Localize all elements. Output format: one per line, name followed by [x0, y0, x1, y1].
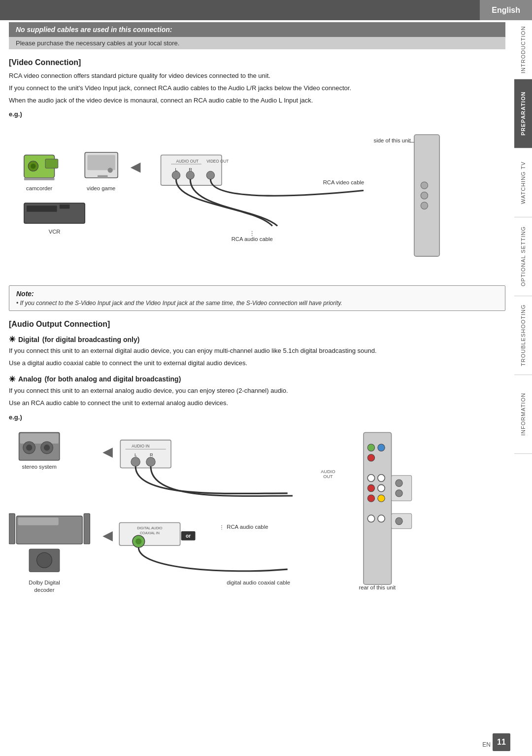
svg-point-56	[367, 454, 374, 461]
svg-point-44	[131, 457, 140, 466]
rca-video-cable-label: RCA video cable	[323, 179, 365, 185]
digital-suffix: (for digital broadcasting only)	[42, 336, 140, 344]
svg-text:OUT: OUT	[323, 474, 333, 479]
analog-label: Analog	[18, 375, 41, 383]
svg-point-3	[31, 164, 35, 169]
main-content: No supplied cables are used in this conn…	[0, 22, 514, 626]
side-tab-preparation[interactable]: PREPARATION	[514, 79, 532, 148]
audio-out-label: AUDIO OUT	[176, 159, 199, 164]
subtitle-bar: Please purchase the necessary cables at …	[9, 37, 505, 49]
language-label: English	[480, 0, 532, 20]
svg-text:COAXIAL IN: COAXIAL IN	[140, 531, 160, 535]
video-para-2: If you connect to the unit's Video Input…	[9, 83, 505, 94]
svg-marker-38	[102, 447, 113, 458]
side-tab-watching[interactable]: WATCHING TV	[514, 148, 532, 217]
svg-marker-9	[131, 163, 141, 173]
side-tab-optional[interactable]: OPTIONAL SETTING	[514, 217, 532, 296]
digital-para-2: Use a digital audio coaxial cable to con…	[9, 358, 505, 369]
svg-rect-11	[27, 206, 57, 212]
svg-point-64	[378, 515, 385, 522]
video-connection-heading: [Video Connection]	[9, 58, 505, 67]
rear-of-unit-label: rear of this unit	[359, 584, 396, 590]
svg-point-29	[26, 445, 32, 450]
svg-rect-8	[98, 175, 108, 178]
note-text: • If you connect to the S-Video Input ja…	[16, 300, 498, 307]
digital-label: Digital	[18, 336, 39, 344]
svg-point-24	[421, 202, 428, 209]
svg-point-71	[396, 517, 402, 524]
analog-heading: ✳ Analog (for both analog and digital br…	[9, 375, 505, 384]
video-eg-label: e.g.)	[9, 110, 505, 118]
side-of-unit-label: side of this unit	[374, 137, 411, 143]
side-tab-information[interactable]: INFORMATION	[514, 375, 532, 454]
notice-bar: No supplied cables are used in this conn…	[9, 22, 505, 37]
side-tabs: INTRODUCTION PREPARATION WATCHING TV OPT…	[514, 20, 532, 756]
svg-rect-1	[45, 159, 58, 169]
digital-heading: ✳ Digital (for digital broadcasting only…	[9, 335, 505, 344]
digital-asterisk: ✳	[9, 335, 15, 344]
svg-point-54	[367, 444, 374, 451]
svg-point-61	[367, 495, 374, 502]
rca-audio-cable-label: RCA audio cable	[232, 237, 273, 242]
audio-eg-label: e.g.)	[9, 413, 505, 421]
page-number: 11	[493, 733, 510, 751]
side-tab-troubleshooting[interactable]: TROUBLESHOOTING	[514, 296, 532, 375]
svg-point-31	[44, 445, 50, 450]
svg-point-59	[367, 484, 374, 491]
svg-point-60	[378, 484, 385, 491]
svg-point-18	[186, 172, 194, 179]
svg-point-68	[396, 480, 402, 486]
svg-marker-39	[102, 531, 113, 542]
audio-in-label: AUDIO IN	[132, 444, 150, 448]
svg-point-19	[206, 172, 214, 179]
svg-point-69	[396, 489, 402, 496]
svg-point-17	[172, 172, 180, 179]
or-badge: or	[186, 533, 191, 539]
svg-point-23	[421, 192, 428, 199]
analog-suffix: (for both analog and digital broadcastin…	[44, 375, 181, 383]
svg-rect-53	[364, 432, 392, 584]
video-diagram-svg: camcorder video game VCR AUDIO OUT L R	[9, 122, 505, 279]
analog-asterisk: ✳	[9, 375, 15, 384]
digital-coaxial-label: digital audio coaxial cable	[227, 580, 290, 585]
stereo-system-label: stereo system	[22, 464, 57, 470]
svg-rect-27	[20, 433, 59, 444]
en-label: EN	[482, 741, 491, 748]
dolby-decoder-label2: decoder	[34, 587, 55, 593]
analog-para-2: Use an RCA audio cable to connect the un…	[9, 398, 505, 409]
svg-text:DIGITAL AUDIO: DIGITAL AUDIO	[137, 525, 163, 530]
note-box: Note: • If you connect to the S-Video In…	[9, 285, 505, 311]
audio-diagram-svg: stereo system Dolby Digital decoder AUDI…	[9, 425, 505, 602]
svg-rect-33	[18, 517, 59, 525]
video-para-3: When the audio jack of the video device …	[9, 96, 505, 106]
svg-point-57	[367, 474, 374, 481]
dolby-decoder-label: Dolby Digital	[29, 580, 60, 585]
audio-output-heading: [Audio Output Connection]	[9, 320, 505, 329]
video-out-label: VIDEO OUT	[206, 159, 229, 164]
svg-rect-67	[392, 475, 412, 500]
vcr-label: VCR	[49, 229, 61, 235]
svg-point-58	[378, 474, 385, 481]
video-connection-diagram: camcorder video game VCR AUDIO OUT L R	[9, 122, 505, 279]
svg-text:AUDIO: AUDIO	[321, 469, 335, 474]
rca-audio-cable-label2: RCA audio cable	[227, 523, 268, 529]
svg-rect-34	[9, 514, 15, 544]
svg-text:L: L	[134, 452, 137, 457]
side-tab-introduction[interactable]: INTRODUCTION	[514, 20, 532, 79]
svg-point-45	[146, 457, 156, 466]
top-bar: English	[0, 0, 532, 20]
svg-point-63	[367, 515, 374, 522]
digital-para-1: If you connect this unit to an external …	[9, 346, 505, 356]
svg-rect-12	[60, 205, 70, 209]
svg-point-62	[378, 495, 385, 502]
video-para-1: RCA video connection offers standard pic…	[9, 71, 505, 81]
svg-rect-4	[24, 178, 55, 180]
svg-point-37	[37, 552, 52, 568]
camcorder-label: camcorder	[26, 186, 53, 192]
audio-output-diagram: stereo system Dolby Digital decoder AUDI…	[9, 425, 505, 602]
svg-point-22	[421, 182, 428, 189]
svg-point-7	[108, 168, 113, 173]
svg-text:R: R	[150, 452, 153, 457]
svg-point-50	[135, 538, 141, 544]
video-game-label: video game	[87, 186, 115, 192]
